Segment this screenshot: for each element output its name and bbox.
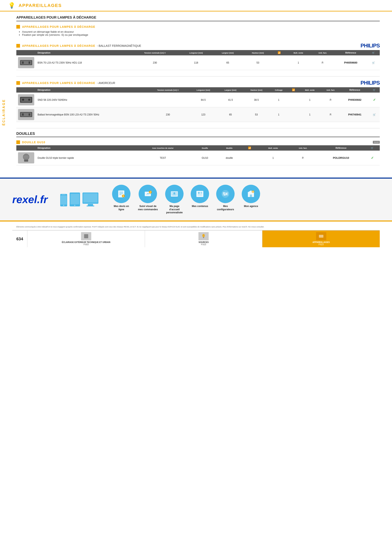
orange-square-amorceur — [16, 81, 20, 85]
svg-point-49 — [224, 194, 225, 196]
footer-tab-sub-3: P.623 — [266, 243, 377, 246]
svg-point-48 — [226, 193, 227, 195]
svg-point-39 — [198, 192, 200, 194]
th-ref-b: Référence — [334, 50, 367, 55]
tension-snd58 — [147, 93, 189, 107]
th-cart-d: 🛒 — [365, 145, 380, 151]
svg-rect-23 — [83, 193, 98, 203]
product-image-bsn100 — [18, 109, 34, 120]
footer-tab-img-sources — [199, 232, 209, 240]
page-header: 💡 APPAREILLAGES — [0, 0, 392, 11]
modele-gu10: douille — [217, 151, 242, 165]
th-largeur-a: Largeur (mm) — [218, 87, 243, 93]
amorceur-header: APPAREILLAGES POUR LAMPES À DÉCHARGE - A… — [16, 81, 115, 85]
device-tablet-icon — [69, 192, 80, 207]
accueil-icon — [169, 189, 179, 199]
footer-nav: 634 ÉCLAIRAGE EXTÉRIEUR TECHNIQUE ET URB… — [12, 230, 380, 247]
th-hauteur-b: Hauteur (mm) — [243, 50, 273, 55]
amorceur-table: Désignation Tension nominale (Un) V Long… — [16, 87, 380, 122]
ballast-subtitle: - BALLAST FERROMAGNÉTIQUE — [97, 44, 141, 47]
banner-item-devis[interactable]: € Mes devis en ligne — [111, 185, 131, 214]
banner-circle-commandes — [139, 185, 157, 203]
svg-rect-25 — [86, 205, 94, 206]
th-mult-a: Mult. vente — [299, 87, 321, 93]
product-img-bsn70 — [16, 55, 36, 70]
cart-gu10[interactable]: ✓ — [365, 151, 380, 165]
cat-title-1: APPAREILLAGES POUR LAMPES À DÉCHARGE — [22, 25, 95, 29]
banner-devices — [60, 192, 99, 207]
svg-rect-52 — [250, 195, 252, 197]
banner-label-devis: Mes devis en ligne — [111, 205, 131, 211]
bullet-1: Assurent un démarrage fiable et en douce… — [22, 30, 380, 33]
footer-tab-eclairage[interactable]: ÉCLAIRAGE EXTÉRIEUR TECHNIQUE ET URBAIN … — [27, 231, 145, 247]
svg-rect-24 — [88, 204, 93, 205]
side-label: ÉCLAIRAGE — [2, 99, 6, 125]
ref-snd58: PHI930682 — [341, 93, 369, 107]
banner-item-agence[interactable]: Mon agence — [242, 185, 260, 214]
svg-point-56 — [202, 234, 205, 237]
th-img-a — [16, 87, 36, 93]
svg-point-18 — [63, 205, 64, 206]
douille-gu10-title: DOUILLE GU10 — [22, 141, 45, 144]
product-img-bsn100 — [16, 107, 36, 122]
th-mult-d: Mult. vente — [257, 145, 289, 151]
banner-circle-devis: € — [112, 185, 130, 203]
hauteur-snd58: 38.5 — [243, 93, 269, 107]
designation-bsn100: Ballast ferromagnétique BSN 100 L33-A2-T… — [36, 107, 147, 122]
table-row: BSN 70 L33-A2-TS 230V 50Hz HD1-118 230 1… — [16, 55, 380, 70]
th-tension-b: Tension nominale (Un) V — [130, 50, 179, 55]
banner-item-accueil[interactable]: Ma page d'accueil personnalisée — [164, 185, 185, 214]
banner-item-configurateurs[interactable]: Mes configurateurs — [215, 185, 235, 214]
footer-tab-appareillages[interactable]: APPAREILLAGES P.623 — [262, 231, 380, 247]
longueur-bsn100: 123 — [189, 107, 218, 122]
largeur-bsn100: 65 — [218, 107, 243, 122]
product-img-gu10 — [16, 151, 36, 165]
th-wifi-d: 📶 — [242, 145, 257, 151]
th-unit-d: Unit. fact. — [289, 145, 317, 151]
ballast-header: APPAREILLAGES POUR LAMPES À DÉCHARGE - B… — [16, 44, 141, 48]
cart-bsn100[interactable]: 🛒 — [369, 107, 380, 122]
svg-rect-13 — [24, 160, 28, 162]
th-wifi-b: 📶 — [273, 50, 286, 55]
commandes-icon — [143, 189, 153, 199]
amorceur-subtitle: - AMORCEUR — [97, 81, 115, 85]
svg-rect-2 — [22, 61, 24, 64]
th-largeur-b: Largeur (mm) — [213, 50, 243, 55]
footer-area: Éléments communiqués à titre indicatif e… — [0, 221, 392, 230]
footer-tab-sources[interactable]: SOURCES P.615 — [145, 231, 262, 247]
douilles-title: DOUILLES — [16, 131, 380, 137]
unit-bsn70: P. — [311, 55, 334, 70]
svg-rect-57 — [203, 237, 204, 238]
svg-rect-58 — [319, 235, 323, 238]
th-insertion-d: Avec insertion de starter — [133, 145, 193, 151]
section-ballast: APPAREILLAGES POUR LAMPES À DÉCHARGE - B… — [16, 43, 380, 70]
svg-rect-38 — [196, 191, 203, 197]
banner-item-contenus[interactable]: Mes contenus — [191, 185, 209, 214]
category-appareillages: APPAREILLAGES POUR LAMPES À DÉCHARGE Ass… — [16, 25, 380, 36]
longueur-bsn70: 118 — [179, 55, 213, 70]
table-row: Ballast ferromagnétique BSN 100 L33-A2-T… — [16, 107, 380, 122]
banner-circle-configurateurs — [216, 185, 235, 203]
banner-item-commandes[interactable]: Suivi visuel de mes commandes — [138, 185, 158, 214]
footer-tab-label-1: ÉCLAIRAGE EXTÉRIEUR TECHNIQUE ET URBAIN — [31, 241, 142, 243]
svg-rect-11 — [29, 113, 30, 116]
colisage-bsn100: 1 — [269, 107, 288, 122]
footer-tab-label-3: APPAREILLAGES — [266, 241, 377, 243]
device-phone-icon — [60, 194, 68, 207]
orange-square-ballast — [16, 44, 20, 48]
banner-label-configurateurs: Mes configurateurs — [215, 205, 235, 211]
th-designation-d: Désignation — [36, 145, 133, 151]
th-designation-a: Désignation — [36, 87, 147, 93]
footer-tabs: ÉCLAIRAGE EXTÉRIEUR TECHNIQUE ET URBAIN … — [27, 231, 380, 247]
th-ref-a: Référence — [341, 87, 369, 93]
designation-bsn70: BSN 70 L33-A2-TS 230V 50Hz HD1-118 — [36, 55, 130, 70]
svg-point-6 — [22, 99, 24, 101]
ref-bsn100: PHI740941 — [341, 107, 369, 122]
bullet-list: Assurent un démarrage fiable et en douce… — [22, 30, 380, 36]
cart-bsn70[interactable]: 🛒 — [367, 55, 380, 70]
largeur-snd58: 41.5 — [218, 93, 243, 107]
cart-snd58[interactable]: ✓ — [369, 93, 380, 107]
svg-rect-20 — [71, 194, 79, 204]
footer-tab-sub-1: P.603 — [31, 243, 142, 246]
th-wifi-a: 📶 — [288, 87, 299, 93]
